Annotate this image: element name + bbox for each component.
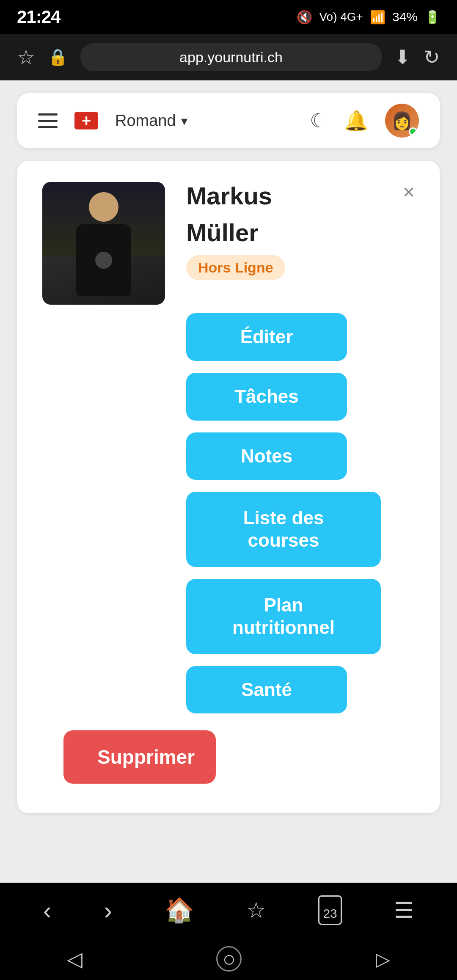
android-back-button[interactable]: ◁ bbox=[67, 947, 83, 971]
swiss-flag bbox=[74, 112, 98, 129]
bookmark-button[interactable]: ☆ bbox=[246, 897, 266, 923]
notes-button[interactable]: Notes bbox=[186, 432, 347, 480]
hamburger-line-2 bbox=[38, 120, 58, 122]
language-text: Romand bbox=[115, 112, 176, 130]
profile-info: Markus Müller × Hors Ligne bbox=[186, 182, 415, 297]
profile-name-line1: Markus bbox=[186, 182, 272, 210]
hamburger-line-3 bbox=[38, 126, 58, 128]
status-bar: 21:24 🔇 Vo) 4G+ 📶 34% 🔋 bbox=[0, 0, 457, 34]
edit-button[interactable]: Éditer bbox=[186, 313, 347, 361]
status-icons: 🔇 Vo) 4G+ 📶 34% 🔋 bbox=[297, 10, 440, 25]
profile-header: Markus Müller × Hors Ligne bbox=[42, 182, 415, 305]
profile-card: Markus Müller × Hors Ligne Éditer Tâches… bbox=[17, 161, 440, 813]
delete-button[interactable]: Supprimer bbox=[63, 730, 216, 784]
android-recent-button[interactable]: ▷ bbox=[376, 948, 390, 970]
download-icon[interactable]: ⬇ bbox=[394, 46, 411, 69]
menu-button[interactable]: ☰ bbox=[394, 897, 414, 923]
status-time: 21:24 bbox=[17, 7, 60, 27]
battery-text: 34% bbox=[392, 10, 418, 24]
battery-icon: 🔋 bbox=[424, 10, 440, 25]
online-indicator bbox=[409, 127, 417, 136]
profile-name-line2: Müller bbox=[186, 219, 272, 247]
star-icon[interactable]: ☆ bbox=[17, 45, 35, 69]
status-badge: Hors Ligne bbox=[186, 255, 285, 280]
browser-bar: ☆ 🔒 app.yournutri.ch ⬇ ↻ bbox=[0, 34, 457, 80]
hamburger-menu[interactable] bbox=[38, 113, 58, 128]
profile-name-block: Markus Müller bbox=[186, 182, 272, 255]
signal-text: Vo) 4G+ bbox=[319, 10, 363, 24]
shopping-list-button[interactable]: Liste des courses bbox=[186, 492, 381, 567]
chevron-down-icon: ▾ bbox=[181, 113, 187, 128]
dark-mode-icon[interactable]: ☾ bbox=[310, 109, 327, 132]
action-buttons: Éditer Tâches Notes Liste des courses Pl… bbox=[42, 313, 415, 713]
tasks-button[interactable]: Tâches bbox=[186, 373, 347, 421]
health-button[interactable]: Santé bbox=[186, 666, 347, 714]
url-text: app.yournutri.ch bbox=[179, 49, 283, 66]
tab-count-button[interactable]: 23 bbox=[318, 895, 341, 925]
signal-bars: 📶 bbox=[370, 10, 385, 25]
tab-icon: 23 bbox=[318, 895, 341, 925]
url-bar[interactable]: app.yournutri.ch bbox=[80, 43, 382, 71]
language-selector[interactable]: Romand ▾ bbox=[115, 112, 187, 130]
android-bar: ◁ ○ ▷ bbox=[0, 938, 457, 980]
bottom-nav: ‹ › 🏠 ☆ 23 ☰ bbox=[0, 883, 457, 938]
photo-inner bbox=[42, 182, 165, 305]
bell-icon[interactable]: 🔔 bbox=[344, 109, 368, 132]
android-home-button[interactable]: ○ bbox=[216, 946, 242, 972]
close-button[interactable]: × bbox=[403, 182, 415, 202]
nutrition-plan-button[interactable]: Plan nutritionnel bbox=[186, 579, 381, 654]
forward-button[interactable]: › bbox=[104, 896, 112, 925]
home-button[interactable]: 🏠 bbox=[165, 896, 194, 924]
nav-card: Romand ▾ ☾ 🔔 👩 bbox=[17, 93, 440, 148]
user-avatar[interactable]: 👩 bbox=[385, 104, 419, 138]
main-content: Romand ▾ ☾ 🔔 👩 bbox=[0, 80, 457, 883]
mute-icon: 🔇 bbox=[297, 10, 312, 25]
back-button[interactable]: ‹ bbox=[43, 896, 52, 925]
lock-icon: 🔒 bbox=[48, 48, 68, 66]
profile-photo bbox=[42, 182, 165, 305]
hamburger-line-1 bbox=[38, 113, 58, 116]
refresh-icon[interactable]: ↻ bbox=[424, 46, 440, 69]
